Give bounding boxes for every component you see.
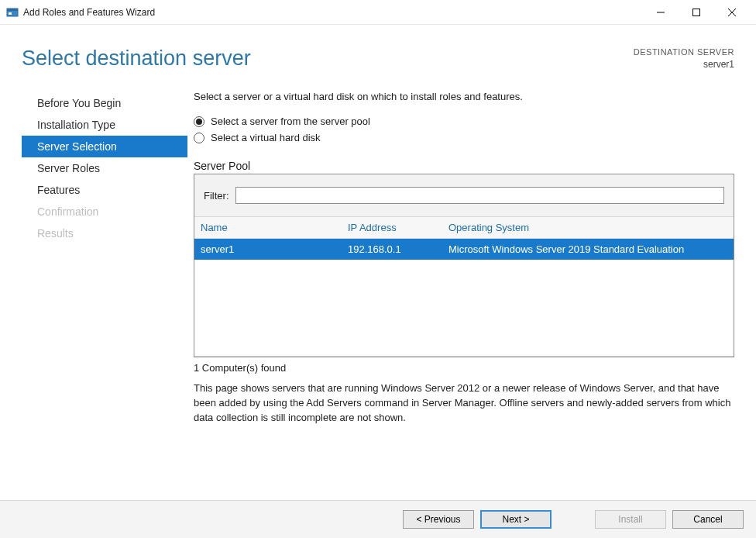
radio-virtual-hard-disk[interactable]: Select a virtual hard disk [194, 129, 734, 146]
wizard-footer: < Previous Next > Install Cancel [0, 500, 756, 538]
radio-label: Select a server from the server pool [211, 116, 370, 127]
cell-ip: 192.168.0.1 [342, 239, 442, 260]
destination-server: server1 [634, 58, 734, 71]
computers-found-text: 1 Computer(s) found [194, 357, 734, 374]
cell-name: server1 [194, 239, 342, 260]
wizard-icon [6, 6, 19, 19]
step-confirmation: Confirmation [22, 201, 187, 222]
install-button: Install [595, 510, 666, 529]
svg-rect-4 [693, 9, 700, 16]
filter-input[interactable] [235, 187, 725, 204]
maximize-button[interactable] [679, 0, 714, 25]
step-server-roles[interactable]: Server Roles [22, 157, 187, 179]
col-header-ip[interactable]: IP Address [342, 217, 442, 238]
col-header-name[interactable]: Name [194, 217, 342, 238]
server-table-body: server1 192.168.0.1 Microsoft Windows Se… [194, 239, 734, 357]
step-installation-type[interactable]: Installation Type [22, 114, 187, 136]
instruction-text: Select a server or a virtual hard disk o… [194, 89, 734, 113]
previous-button[interactable]: < Previous [403, 510, 474, 529]
wizard-steps-sidebar: Before You Begin Installation Type Serve… [22, 89, 187, 500]
close-button[interactable] [714, 0, 750, 25]
step-before-you-begin[interactable]: Before You Begin [22, 92, 187, 114]
minimize-button[interactable] [643, 0, 679, 25]
col-header-os[interactable]: Operating System [442, 217, 734, 238]
step-results: Results [22, 222, 187, 244]
svg-rect-1 [7, 9, 18, 11]
radio-icon [194, 133, 204, 143]
svg-rect-2 [9, 12, 12, 15]
titlebar: Add Roles and Features Wizard [0, 0, 756, 25]
window-controls [643, 0, 750, 25]
radio-icon [194, 116, 204, 127]
server-table-header: Name IP Address Operating System [194, 216, 734, 239]
filter-label: Filter: [204, 190, 235, 202]
window-title: Add Roles and Features Wizard [23, 7, 155, 18]
server-pool-box: Filter: Name IP Address Operating System… [194, 174, 734, 357]
radio-label: Select a virtual hard disk [211, 132, 321, 143]
next-button[interactable]: Next > [480, 510, 552, 529]
table-row[interactable]: server1 192.168.0.1 Microsoft Windows Se… [194, 239, 734, 260]
destination-info: DESTINATION SERVER server1 [634, 47, 734, 71]
destination-label: DESTINATION SERVER [634, 47, 734, 58]
radio-server-pool[interactable]: Select a server from the server pool [194, 113, 734, 129]
step-server-selection[interactable]: Server Selection [22, 136, 187, 157]
cancel-button[interactable]: Cancel [672, 510, 744, 529]
cell-os: Microsoft Windows Server 2019 Standard E… [442, 239, 734, 260]
step-features[interactable]: Features [22, 179, 187, 201]
help-text: This page shows servers that are running… [194, 374, 734, 426]
page-title: Select destination server [22, 47, 251, 71]
server-pool-label: Server Pool [194, 160, 734, 172]
